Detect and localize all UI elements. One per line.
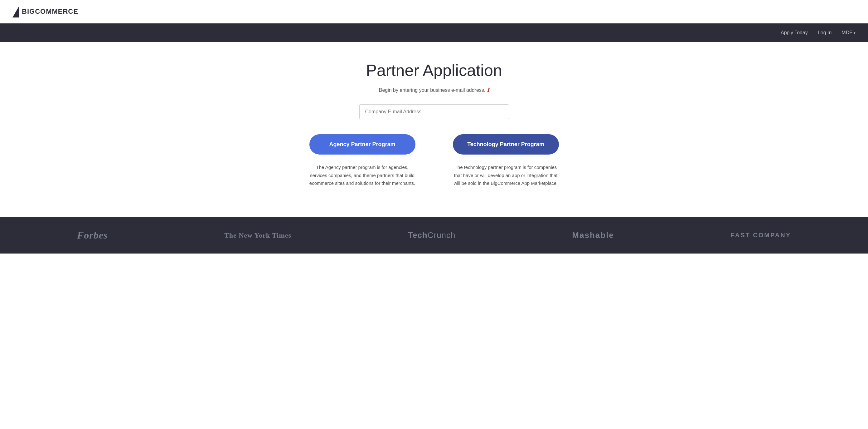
info-icon[interactable]: ℹ [487,87,489,93]
technology-program-description: The technology partner program is for co… [453,163,559,187]
chevron-down-icon: ▾ [854,31,856,35]
press-bar: Forbes The New York Times TechCrunch Mas… [0,217,868,254]
nav-bar: Apply Today Log In MDF ▾ [0,23,868,42]
logo-triangle-icon [12,6,19,18]
email-input[interactable] [359,104,509,119]
logo-bar: BIGCOMMERCE [0,0,868,23]
agency-program-description: The Agency partner program is for agenci… [309,163,415,187]
mdf-label: MDF [841,30,852,36]
technology-program-column: Technology Partner Program The technolog… [453,134,559,187]
press-logo-mashable: Mashable [572,230,614,240]
mdf-dropdown[interactable]: MDF ▾ [841,30,856,36]
press-logo-nyt: The New York Times [224,231,291,239]
press-logo-techcrunch: TechCrunch [408,230,456,240]
subtitle-text: Begin by entering your business e-mail a… [379,87,489,93]
logo-text: BIGCOMMERCE [22,7,78,16]
logo-commerce: COMMERCE [35,7,78,15]
subtitle-label: Begin by entering your business e-mail a… [379,87,486,93]
main-content: Partner Application Begin by entering yo… [0,42,868,217]
press-logo-fastcompany: FAST COMPANY [731,232,791,239]
agency-program-button[interactable]: Agency Partner Program [309,134,415,154]
agency-program-column: Agency Partner Program The Agency partne… [309,134,415,187]
logo-big: BIG [22,7,35,15]
apply-today-link[interactable]: Apply Today [781,30,808,36]
log-in-link[interactable]: Log In [818,30,832,36]
logo[interactable]: BIGCOMMERCE [12,6,856,18]
technology-program-button[interactable]: Technology Partner Program [453,134,559,154]
press-logo-forbes: Forbes [77,229,107,241]
page-title: Partner Application [366,61,502,80]
programs-section: Agency Partner Program The Agency partne… [294,134,575,187]
